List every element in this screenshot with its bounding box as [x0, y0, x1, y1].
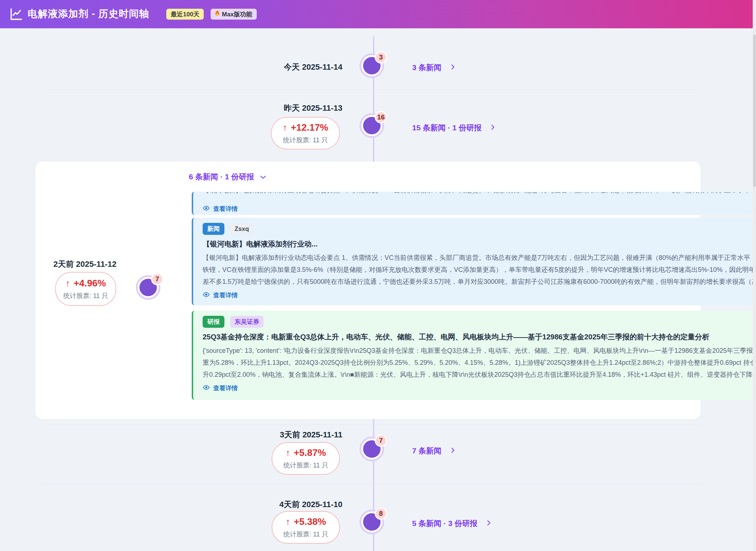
page-title: 电解液添加剂 - 历史时间轴 — [28, 7, 149, 20]
timeline-node[interactable]: 16 — [361, 115, 382, 136]
arrow-up-icon: ↑ — [285, 448, 290, 458]
expanded-day-card: 6 条新闻 · 1 份研报 2天前 2025-11-12 ↑+4.96% 统计股… — [35, 162, 701, 419]
news-count-link[interactable]: 7 条新闻 — [412, 446, 455, 456]
report-type-badge: 研报 — [203, 316, 224, 328]
change-pill: ↑+5.87% 统计股票: 11 只 — [272, 442, 340, 475]
stocks-count: 统计股票: 11 只 — [283, 530, 328, 539]
news-card-clipped[interactable]: 【银河电新】电解液添加剂行业动态电话会要点 1、供需情况：VC当前供需很紧，头部… — [192, 192, 753, 215]
report-body: {'sourceType': 13, 'content': '电力设备行业深度报… — [203, 345, 744, 381]
count-badge: 8 — [375, 507, 387, 520]
view-details-link[interactable]: 查看详情 — [203, 384, 744, 392]
trend-chart-icon — [9, 7, 23, 23]
timeline-node[interactable]: 7 — [361, 438, 382, 460]
row-divider — [44, 425, 701, 425]
news-body: 【银河电新】电解液添加剂行业动态电话会要点 1、供需情况：VC当前供需很紧，头部… — [203, 252, 744, 288]
timeline-date: 今天 2025-11-14 — [284, 62, 342, 73]
timeline-date: 4天前 2025-11-10 — [279, 499, 342, 510]
timeline-screen: 电解液添加剂 - 历史时间轴 最近100天 Max版功能 今天 2025-11-… — [0, 0, 756, 551]
change-percent: +12.17% — [291, 122, 328, 133]
count-badge: 3 — [375, 51, 387, 64]
change-percent: +5.38% — [294, 516, 326, 527]
report-card[interactable]: 研报 东吴证券 25Q3基金持仓深度：电新重仓Q3总体上升，电动车、光伏、储能、… — [192, 311, 753, 400]
scrollbar-thumb[interactable] — [753, 34, 756, 187]
count-badge: 7 — [375, 434, 387, 447]
arrow-up-icon: ↑ — [65, 278, 70, 289]
row-divider — [44, 483, 701, 484]
timeline-date: 2天前 2025-11-12 — [53, 259, 117, 270]
news-count-link[interactable]: 15 条新闻 · 1 份研报 — [412, 123, 495, 133]
change-pill: ↑+5.38% 统计股票: 11 只 — [272, 511, 340, 544]
clipped-text: 【银河电新】电解液添加剂行业动态电话会要点 1、供需情况：VC当前供需很紧，头部… — [203, 192, 753, 196]
report-title: 25Q3基金持仓深度：电新重仓Q3总体上升，电动车、光伏、储能、工控、电网、风电… — [203, 332, 744, 342]
news-count-link[interactable]: 5 条新闻 · 3 份研报 — [412, 518, 491, 528]
date-range-badge: 最近100天 — [166, 9, 204, 20]
eye-icon — [203, 385, 210, 392]
chevron-right-icon — [487, 519, 491, 528]
collapse-news-link[interactable]: 6 条新闻 · 1 份研报 — [189, 172, 266, 182]
scrollbar[interactable] — [753, 0, 756, 551]
stocks-count: 统计股票: 11 只 — [283, 461, 328, 470]
news-type-badge: 新闻 — [203, 223, 224, 235]
change-percent: +4.96% — [74, 278, 106, 289]
timeline-node[interactable]: 8 — [361, 511, 382, 532]
chevron-down-icon — [260, 172, 266, 181]
chevron-right-icon — [451, 446, 455, 455]
change-pill: ↑+4.96% 统计股票: 11 只 — [55, 272, 116, 306]
fire-icon — [215, 10, 220, 18]
eye-icon — [203, 205, 210, 213]
report-source-badge: 东吴证券 — [230, 316, 264, 328]
change-pill: ↑+12.17% 统计股票: 11 只 — [271, 117, 340, 150]
timeline-node[interactable]: 3 — [361, 55, 382, 76]
timeline-node[interactable]: 7 — [138, 277, 159, 298]
change-percent: +5.87% — [294, 447, 326, 458]
news-count-link[interactable]: 3 条新闻 — [412, 62, 455, 73]
arrow-up-icon: ↑ — [285, 517, 290, 527]
timeline-date: 3天前 2025-11-11 — [280, 429, 342, 440]
eye-icon — [203, 292, 210, 299]
view-details-link[interactable]: 查看详情 — [203, 205, 238, 213]
chevron-right-icon — [451, 63, 455, 72]
count-badge: 7 — [151, 273, 163, 285]
arrow-up-icon: ↑ — [283, 122, 287, 133]
app-header: 电解液添加剂 - 历史时间轴 最近100天 Max版功能 — [0, 0, 756, 28]
news-title: 【银河电新】电解液添加剂行业动... — [203, 239, 744, 249]
view-details-link[interactable]: 查看详情 — [203, 291, 744, 299]
stocks-count: 统计股票: 11 只 — [63, 291, 108, 300]
news-source-badge: Zsxq — [230, 224, 253, 234]
row-divider — [44, 89, 701, 90]
max-feature-badge: Max版功能 — [211, 9, 257, 20]
count-badge: 16 — [375, 111, 387, 123]
stocks-count: 统计股票: 11 只 — [283, 136, 328, 144]
timeline-date: 昨天 2025-11-13 — [284, 103, 342, 114]
news-card[interactable]: 新闻 Zsxq 【银河电新】电解液添加剂行业动... 【银河电新】电解液添加剂行… — [192, 218, 753, 305]
chevron-right-icon — [491, 123, 495, 132]
